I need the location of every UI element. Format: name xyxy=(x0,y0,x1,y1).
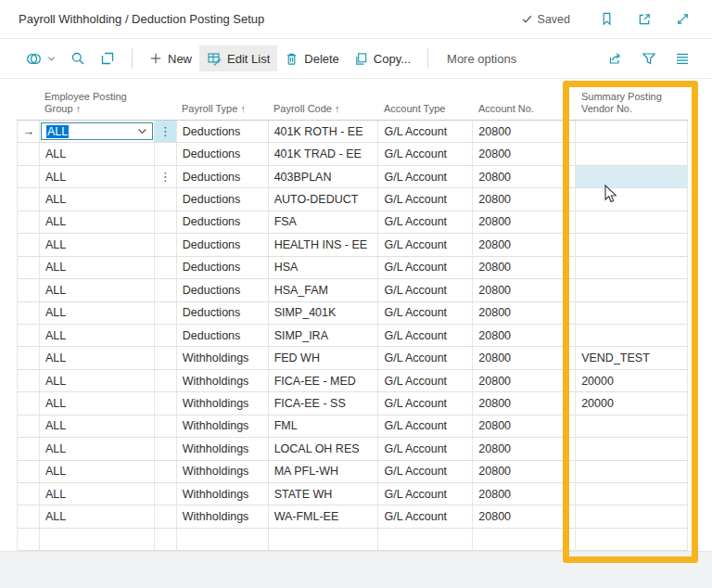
cell-payroll-code[interactable]: FSA xyxy=(269,211,379,233)
cell-employee-posting-group[interactable]: ALL ALL xyxy=(40,461,155,482)
cell-employee-posting-group[interactable]: ALL ALL xyxy=(40,211,155,233)
cell-payroll-type[interactable]: Deductions xyxy=(177,166,269,187)
cell-account-no[interactable]: 20800 xyxy=(473,415,576,437)
row-more-options-cell[interactable]: ⋮ xyxy=(155,461,177,482)
cell-payroll-code[interactable]: STATE WH xyxy=(269,483,379,505)
column-header-account-type[interactable]: Account Type xyxy=(378,82,473,120)
table-row[interactable]: → ALL ALL ⋮ Deductions HEALTH INS - EE G… xyxy=(18,234,688,256)
cell-employee-posting-group[interactable]: ALL ALL xyxy=(40,166,155,187)
cell-account-type[interactable]: G/L Account xyxy=(378,438,473,459)
row-more-options-cell[interactable]: ⋮ xyxy=(155,505,177,527)
cell-employee-posting-group[interactable]: ALL ALL xyxy=(40,234,155,255)
cell-account-no[interactable]: 20800 xyxy=(473,279,576,300)
row-more-options-cell[interactable]: ⋮ xyxy=(155,370,177,391)
copy-button[interactable]: Copy... xyxy=(347,46,418,71)
cell-summary-posting-vendor-no[interactable] xyxy=(576,211,688,233)
table-row[interactable]: → ALL ALL ⋮ Withholdings FICA-EE - MED G… xyxy=(18,370,688,392)
cell-account-no[interactable]: 20800 xyxy=(473,302,576,324)
cell-account-type[interactable]: G/L Account xyxy=(378,234,473,255)
table-row[interactable]: → ALL ALL ⋮ Deductions FSA G/L Account 2… xyxy=(18,211,688,234)
cell-payroll-code[interactable]: AUTO-DEDUCT xyxy=(269,188,379,210)
cell-payroll-type[interactable]: Deductions xyxy=(177,121,269,142)
cell-account-type[interactable]: G/L Account xyxy=(378,166,473,187)
cell-account-no[interactable]: 20800 xyxy=(473,143,576,164)
cell-account-type[interactable]: G/L Account xyxy=(378,302,473,324)
row-more-options-cell[interactable]: ⋮ xyxy=(155,188,177,210)
table-row[interactable]: → ALL ALL ⋮ Withholdings WA-FML-EE G/L A… xyxy=(18,505,688,528)
row-more-options-cell[interactable]: ⋮ xyxy=(155,279,177,300)
row-more-options-cell[interactable]: ⋮ xyxy=(155,234,177,255)
row-more-options-cell[interactable]: ⋮ xyxy=(155,302,177,324)
list-view-button[interactable] xyxy=(673,49,692,68)
cell-payroll-code[interactable]: SIMP_401K xyxy=(269,302,379,324)
filter-button[interactable] xyxy=(640,49,658,68)
cell-payroll-type[interactable]: Deductions xyxy=(177,279,269,300)
cell-payroll-type[interactable]: Withholdings xyxy=(177,347,269,368)
cell-account-type[interactable]: G/L Account xyxy=(378,211,473,233)
share-button[interactable] xyxy=(606,49,625,68)
cell-payroll-type[interactable]: Deductions xyxy=(177,188,269,210)
open-in-new-window-button[interactable] xyxy=(636,10,654,28)
cell-employee-posting-group[interactable]: ALL ALL xyxy=(40,347,155,368)
cell-account-no[interactable]: 20800 xyxy=(473,438,576,459)
cell-summary-posting-vendor-no[interactable] xyxy=(576,505,688,527)
cell-account-no[interactable]: 20800 xyxy=(473,483,576,505)
cell-payroll-code[interactable]: HSA_FAM xyxy=(269,279,379,300)
cell-payroll-type[interactable]: Withholdings xyxy=(177,370,269,391)
cell-account-type[interactable]: G/L Account xyxy=(378,505,473,527)
cell-employee-posting-group[interactable]: ALL ALL xyxy=(40,257,155,278)
table-row[interactable]: → ALL ALL ⋮ Deductions 401K TRAD - EE G/… xyxy=(18,143,688,165)
cell-account-type[interactable]: G/L Account xyxy=(378,279,473,300)
cell-payroll-code[interactable] xyxy=(269,529,379,550)
cell-summary-posting-vendor-no[interactable] xyxy=(576,143,688,164)
cell-account-type[interactable]: G/L Account xyxy=(378,415,473,437)
cell-account-type[interactable]: G/L Account xyxy=(378,257,473,278)
cell-payroll-type[interactable]: Withholdings xyxy=(177,461,269,482)
cell-payroll-type[interactable]: Deductions xyxy=(177,325,269,346)
cell-account-no[interactable]: 20800 xyxy=(473,505,576,527)
cell-payroll-code[interactable]: FED WH xyxy=(269,347,379,368)
cell-employee-posting-group[interactable]: ALL ALL xyxy=(40,188,155,210)
cell-employee-posting-group[interactable] xyxy=(40,529,155,550)
row-more-options-cell[interactable]: ⋮ xyxy=(155,325,177,346)
table-row[interactable]: → ALL ALL ⋮ Deductions AUTO-DEDUCT G/L A… xyxy=(18,188,688,211)
cell-summary-posting-vendor-no[interactable] xyxy=(576,438,688,459)
cell-employee-posting-group[interactable]: ALL ALL xyxy=(40,302,155,324)
table-row[interactable]: → ALL ALL ⋮ Deductions HSA G/L Account 2… xyxy=(18,257,688,279)
table-row[interactable]: → ALL ALL ⋮ Withholdings FICA-EE - SS G/… xyxy=(18,392,688,415)
table-row[interactable]: → ALL ALL ⋮ Deductions HSA_FAM G/L Accou… xyxy=(18,279,688,301)
cell-summary-posting-vendor-no[interactable] xyxy=(576,234,688,255)
cell-payroll-type[interactable]: Withholdings xyxy=(177,415,269,437)
row-more-options-cell[interactable]: ⋮ xyxy=(155,211,177,233)
table-row[interactable]: → ALL ALL ⋮ Deductions 401K ROTH - EE G/… xyxy=(18,121,688,143)
cell-account-no[interactable]: 20800 xyxy=(473,461,576,482)
column-header-payroll-code[interactable]: Payroll Code ↑ xyxy=(268,82,378,120)
cell-summary-posting-vendor-no[interactable] xyxy=(576,166,688,187)
cell-account-no[interactable]: 20800 xyxy=(473,211,576,233)
cell-account-no[interactable]: 20800 xyxy=(473,166,576,187)
cell-account-no[interactable]: 20800 xyxy=(473,121,576,142)
cell-account-type[interactable]: G/L Account xyxy=(378,347,473,368)
employee-posting-group-combobox[interactable]: ALL xyxy=(41,122,153,140)
row-more-options-cell[interactable]: ⋮ xyxy=(155,121,177,142)
cell-summary-posting-vendor-no[interactable]: 20000 xyxy=(576,370,688,391)
table-row[interactable]: → ALL ALL ⋮ Withholdings STATE WH G/L Ac… xyxy=(18,483,688,505)
cell-payroll-code[interactable]: 401K TRAD - EE xyxy=(269,143,379,164)
cell-summary-posting-vendor-no[interactable] xyxy=(576,529,688,550)
row-more-options-cell[interactable]: ⋮ xyxy=(155,392,177,414)
row-more-options-cell[interactable]: ⋮ xyxy=(155,143,177,164)
cell-payroll-type[interactable] xyxy=(177,529,269,550)
table-row[interactable]: → ALL ALL ⋮ Deductions SIMP_IRA G/L Acco… xyxy=(18,325,688,347)
cell-summary-posting-vendor-no[interactable] xyxy=(576,461,688,482)
cell-summary-posting-vendor-no[interactable]: VEND_TEST xyxy=(576,347,688,368)
cell-employee-posting-group[interactable]: ALL ALL xyxy=(40,370,155,391)
table-row[interactable]: → ALL ALL ⋮ Deductions 403BPLAN G/L Acco… xyxy=(18,166,688,188)
row-more-options-cell[interactable]: ⋮ xyxy=(155,438,177,459)
cell-account-type[interactable]: G/L Account xyxy=(378,188,473,210)
cell-payroll-code[interactable]: SIMP_IRA xyxy=(269,325,379,346)
cell-employee-posting-group[interactable]: ALL ALL xyxy=(40,143,155,164)
cell-employee-posting-group[interactable]: ALL ALL xyxy=(40,415,155,437)
column-header-summary-posting-vendor-no[interactable]: Summary Posting Vendor No. xyxy=(576,82,688,120)
expand-button[interactable] xyxy=(674,10,692,28)
cell-account-no[interactable]: 20800 xyxy=(473,347,576,368)
